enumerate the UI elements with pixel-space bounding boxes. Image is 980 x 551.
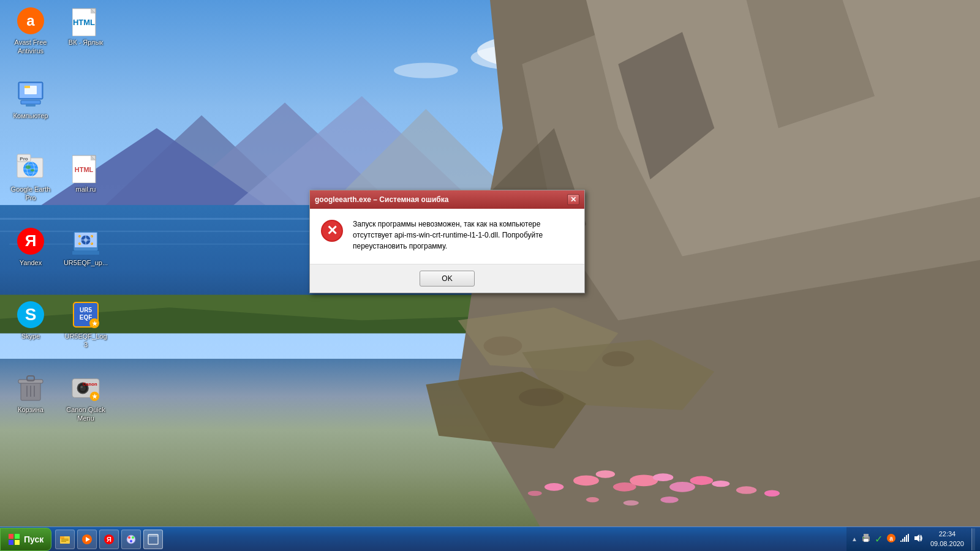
clock[interactable]: 22:34 09.08.2020 bbox=[927, 530, 968, 549]
start-button[interactable]: Пуск bbox=[0, 528, 51, 551]
svg-text:Я: Я bbox=[25, 231, 37, 250]
desktop-icon-canon[interactable]: ★ Canon Canon Quick Menu bbox=[61, 373, 110, 423]
svg-text:HTML: HTML bbox=[73, 18, 95, 27]
ur5eqf-up-icon bbox=[71, 227, 100, 256]
avast-label: Avast Free Antivirus bbox=[7, 38, 54, 56]
svg-text:HTML: HTML bbox=[75, 166, 94, 173]
svg-rect-134 bbox=[863, 538, 864, 538]
svg-rect-139 bbox=[904, 537, 905, 542]
svg-point-127 bbox=[132, 536, 134, 539]
svg-rect-54 bbox=[21, 100, 40, 104]
taskbar-active-window[interactable] bbox=[143, 530, 163, 549]
vk-label: ВК - Ярлык bbox=[69, 38, 103, 47]
desktop-icon-ur5eqf-up[interactable]: UR5EQF_up... bbox=[61, 227, 110, 267]
desktop-icon-recycle[interactable]: Корзина bbox=[6, 373, 55, 414]
desktop-icon-google-earth[interactable]: Pro Google Earth Pro bbox=[6, 153, 55, 203]
svg-rect-141 bbox=[908, 534, 909, 542]
desktop-icon-computer[interactable]: Компьютер bbox=[6, 80, 55, 120]
svg-text:✕: ✕ bbox=[326, 223, 337, 238]
svg-rect-113 bbox=[15, 534, 20, 539]
svg-rect-85 bbox=[72, 251, 99, 255]
desktop-icon-ur5eqf-log[interactable]: UR5 EQF ★ UR5EQF_Log 3 bbox=[61, 300, 110, 350]
svg-rect-132 bbox=[864, 534, 869, 538]
svg-point-128 bbox=[130, 540, 132, 542]
tray-network-icon[interactable] bbox=[900, 533, 910, 545]
tray-volume-icon[interactable] bbox=[913, 533, 923, 545]
dialog-title: googleearth.exe – Системная ошибка bbox=[315, 195, 448, 204]
error-dialog: googleearth.exe – Системная ошибка ✕ ✕ З… bbox=[309, 190, 585, 293]
svg-rect-55 bbox=[26, 104, 36, 107]
taskbar-media-player[interactable] bbox=[77, 530, 97, 549]
svg-rect-137 bbox=[900, 541, 902, 542]
svg-point-63 bbox=[26, 165, 31, 169]
error-icon: ✕ bbox=[320, 219, 344, 243]
tray-expand-arrow[interactable]: ▲ bbox=[851, 536, 858, 542]
recycle-icon bbox=[16, 373, 45, 403]
dialog-content: ✕ Запуск программы невозможен, так как н… bbox=[310, 209, 584, 264]
svg-rect-53 bbox=[24, 86, 30, 88]
svg-rect-138 bbox=[902, 539, 903, 542]
svg-rect-114 bbox=[9, 540, 13, 545]
clock-time: 22:34 bbox=[930, 530, 964, 539]
svg-rect-118 bbox=[61, 539, 69, 539]
svg-rect-117 bbox=[60, 536, 64, 539]
desktop-icon-mail[interactable]: HTML mail.ru bbox=[61, 153, 110, 193]
svg-text:a: a bbox=[26, 12, 35, 29]
desktop-icon-skype[interactable]: S Skype bbox=[6, 300, 55, 340]
svg-rect-115 bbox=[15, 540, 20, 545]
ur5eqf-log-icon: UR5 EQF ★ bbox=[71, 300, 100, 329]
dialog-titlebar: googleearth.exe – Системная ошибка ✕ bbox=[310, 190, 584, 209]
desktop-icon-avast[interactable]: a Avast Free Antivirus bbox=[6, 6, 55, 56]
ur5eqf-log-label: UR5EQF_Log 3 bbox=[62, 332, 109, 350]
canon-label: Canon Quick Menu bbox=[62, 405, 109, 423]
desktop-icon-vk[interactable]: HTML ВК - Ярлык bbox=[61, 6, 110, 47]
skype-icon: S bbox=[16, 300, 45, 329]
avast-icon: a bbox=[16, 6, 45, 36]
tray-printer-icon[interactable] bbox=[861, 533, 871, 545]
svg-rect-130 bbox=[148, 534, 158, 537]
start-label: Пуск bbox=[24, 534, 43, 544]
svg-text:a: a bbox=[889, 535, 893, 542]
ok-button[interactable]: OK bbox=[420, 271, 475, 287]
svg-point-64 bbox=[31, 169, 34, 171]
dialog-footer: OK bbox=[310, 264, 584, 293]
mail-icon: HTML bbox=[71, 153, 100, 182]
windows-logo-icon bbox=[8, 533, 20, 545]
mail-label: mail.ru bbox=[75, 185, 96, 193]
tray-security-icon[interactable]: ✓ bbox=[875, 533, 883, 545]
vk-icon: HTML bbox=[71, 6, 100, 36]
dialog-close-button[interactable]: ✕ bbox=[567, 194, 579, 205]
svg-rect-140 bbox=[906, 535, 907, 542]
svg-text:Я: Я bbox=[107, 536, 111, 543]
tray-avast-icon[interactable]: a bbox=[886, 533, 896, 545]
svg-rect-133 bbox=[864, 539, 869, 542]
yandex-label: Yandex bbox=[20, 258, 42, 267]
yandex-icon: Я bbox=[16, 227, 45, 256]
svg-text:★: ★ bbox=[92, 393, 98, 400]
svg-text:Pro: Pro bbox=[20, 156, 28, 162]
svg-text:★: ★ bbox=[92, 320, 98, 327]
taskbar-tray: ▲ ✓ a bbox=[846, 527, 980, 552]
svg-rect-119 bbox=[61, 540, 69, 541]
svg-text:UR5: UR5 bbox=[80, 307, 92, 313]
skype-label: Skype bbox=[21, 332, 40, 340]
taskbar-file-manager[interactable] bbox=[55, 530, 75, 549]
svg-text:EQF: EQF bbox=[80, 314, 92, 321]
ur5eqf-up-label: UR5EQF_up... bbox=[64, 258, 108, 267]
google-earth-icon: Pro bbox=[16, 153, 45, 182]
svg-point-126 bbox=[128, 536, 130, 539]
show-desktop-button[interactable] bbox=[971, 528, 975, 550]
computer-label: Компьютер bbox=[13, 111, 48, 120]
taskbar-paint[interactable] bbox=[121, 530, 141, 549]
dialog-message: Запуск программы невозможен, так как на … bbox=[353, 219, 575, 252]
taskbar-yandex-browser[interactable]: Я bbox=[99, 530, 119, 549]
svg-text:S: S bbox=[25, 305, 37, 324]
desktop: a Avast Free Antivirus HTML ВК - Ярлык bbox=[0, 0, 980, 551]
svg-text:Canon: Canon bbox=[83, 381, 97, 387]
desktop-icon-yandex[interactable]: Я Yandex bbox=[6, 227, 55, 267]
svg-marker-142 bbox=[914, 534, 919, 542]
recycle-label: Корзина bbox=[18, 405, 43, 414]
taskbar: Пуск Я bbox=[0, 527, 980, 551]
google-earth-label: Google Earth Pro bbox=[7, 185, 54, 203]
svg-rect-120 bbox=[61, 541, 66, 542]
